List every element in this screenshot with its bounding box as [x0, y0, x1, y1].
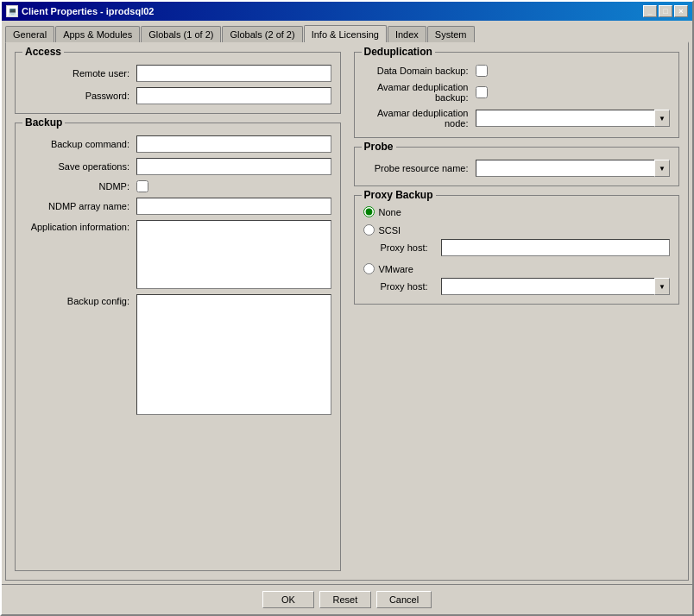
access-title: Access: [22, 46, 64, 58]
vmware-proxy-host-select-wrapper: ▼: [441, 278, 671, 295]
title-bar: 💻 Client Properties - iprodsql02 _ □ ×: [2, 2, 692, 21]
probe-resource-row: Probe resource name: ▼: [363, 160, 671, 177]
backup-command-label: Backup command:: [24, 139, 136, 149]
backup-title: Backup: [22, 116, 65, 129]
avamar-node-select-wrapper: ▼: [476, 110, 671, 127]
backup-command-input[interactable]: [136, 135, 331, 153]
title-bar-left: 💻 Client Properties - iprodsql02: [6, 5, 154, 17]
proxy-scsi-row: SCSI: [363, 224, 671, 236]
data-domain-row: Data Domain backup:: [363, 65, 671, 77]
left-column: Access Remote user: Password: Backup: [15, 52, 341, 571]
scsi-proxy-host-input[interactable]: [441, 239, 671, 256]
access-section: Access Remote user: Password:: [15, 52, 341, 114]
two-columns: Access Remote user: Password: Backup: [15, 52, 679, 571]
backup-config-label: Backup config:: [24, 294, 136, 306]
ndmp-array-label: NDMP array name:: [24, 201, 136, 211]
scsi-proxy-host-row: Proxy host:: [381, 239, 671, 256]
maximize-button[interactable]: □: [659, 5, 672, 17]
avamar-node-row: Avamar deduplication node: ▼: [363, 108, 671, 129]
proxy-scsi-radio[interactable]: [363, 224, 375, 236]
save-operations-input[interactable]: [136, 158, 331, 175]
vmware-proxy-host-select[interactable]: [441, 278, 671, 295]
app-info-textarea[interactable]: [136, 220, 331, 289]
proxy-vmware-label: VMware: [379, 264, 413, 274]
close-button[interactable]: ×: [674, 5, 688, 17]
tab-general[interactable]: General: [5, 26, 54, 42]
probe-resource-label: Probe resource name:: [363, 163, 476, 173]
right-column: Deduplication Data Domain backup: Avamar…: [354, 52, 680, 571]
backup-command-row: Backup command:: [24, 135, 331, 153]
app-info-row: Application information:: [24, 220, 331, 289]
cancel-button[interactable]: Cancel: [376, 591, 432, 608]
proxy-none-label: None: [379, 207, 401, 217]
backup-config-textarea[interactable]: [136, 294, 331, 415]
tab-info-licensing[interactable]: Info & Licensing: [304, 25, 387, 42]
probe-resource-select-wrapper: ▼: [476, 160, 671, 177]
proxy-scsi-label: SCSI: [379, 225, 401, 236]
proxy-vmware-group: VMware Proxy host: ▼: [363, 263, 671, 295]
probe-section: Probe Probe resource name: ▼: [354, 147, 680, 186]
remote-user-label: Remote user:: [24, 68, 136, 79]
proxy-none-radio[interactable]: [363, 206, 375, 217]
window-title: Client Properties - iprodsql02: [22, 6, 154, 16]
remote-user-row: Remote user:: [24, 65, 331, 82]
avamar-backup-row: Avamar deduplication backup:: [363, 82, 671, 103]
vmware-proxy-host-label: Proxy host:: [381, 281, 437, 292]
tab-globals-1[interactable]: Globals (1 of 2): [141, 26, 221, 42]
proxy-vmware-row: VMware: [363, 263, 671, 274]
proxy-vmware-radio[interactable]: [363, 263, 375, 274]
proxy-none-row: None: [363, 206, 671, 217]
window-icon: 💻: [6, 5, 18, 17]
proxy-scsi-group: SCSI Proxy host:: [363, 224, 671, 256]
bottom-bar: OK Reset Cancel: [2, 584, 692, 614]
tab-system[interactable]: System: [427, 26, 475, 42]
probe-title: Probe: [362, 141, 396, 153]
deduplication-section: Deduplication Data Domain backup: Avamar…: [354, 52, 680, 138]
vmware-proxy-host-row: Proxy host: ▼: [381, 278, 671, 295]
title-buttons: _ □ ×: [643, 5, 688, 17]
avamar-node-select[interactable]: [476, 110, 671, 127]
remote-user-input[interactable]: [136, 65, 331, 82]
probe-resource-select[interactable]: [476, 160, 671, 177]
scsi-proxy-host-label: Proxy host:: [381, 242, 437, 253]
password-row: Password:: [24, 87, 331, 104]
ndmp-row: NDMP:: [24, 180, 331, 192]
save-operations-label: Save operations:: [24, 161, 136, 172]
reset-button[interactable]: Reset: [319, 591, 371, 608]
password-label: Password:: [24, 91, 136, 101]
backup-config-row: Backup config:: [24, 294, 331, 415]
tab-index[interactable]: Index: [388, 26, 426, 42]
ok-button[interactable]: OK: [262, 591, 314, 608]
proxy-backup-section: Proxy Backup None SCSI Prox: [354, 195, 680, 305]
save-operations-row: Save operations:: [24, 158, 331, 175]
tab-apps-modules[interactable]: Apps & Modules: [55, 26, 140, 42]
avamar-backup-label: Avamar deduplication backup:: [363, 82, 476, 103]
backup-section: Backup Backup command: Save operations: …: [15, 123, 341, 571]
main-window: 💻 Client Properties - iprodsql02 _ □ × G…: [0, 0, 694, 616]
deduplication-title: Deduplication: [362, 46, 435, 58]
ndmp-array-row: NDMP array name:: [24, 198, 331, 215]
data-domain-label: Data Domain backup:: [363, 66, 476, 76]
proxy-backup-radio-group: None SCSI Proxy host:: [363, 203, 671, 295]
password-input[interactable]: [136, 87, 331, 104]
ndmp-label: NDMP:: [24, 181, 136, 192]
avamar-node-label: Avamar deduplication node:: [363, 108, 476, 129]
ndmp-array-input[interactable]: [136, 198, 331, 215]
data-domain-checkbox[interactable]: [476, 65, 488, 77]
proxy-backup-title: Proxy Backup: [362, 189, 436, 201]
tabs-row: General Apps & Modules Globals (1 of 2) …: [2, 21, 692, 41]
avamar-backup-checkbox[interactable]: [476, 86, 488, 98]
app-info-label: Application information:: [24, 220, 136, 232]
content-area: Access Remote user: Password: Backup: [5, 41, 689, 581]
minimize-button[interactable]: _: [643, 5, 657, 17]
ndmp-checkbox[interactable]: [136, 180, 148, 192]
tab-globals-2[interactable]: Globals (2 of 2): [222, 26, 302, 42]
